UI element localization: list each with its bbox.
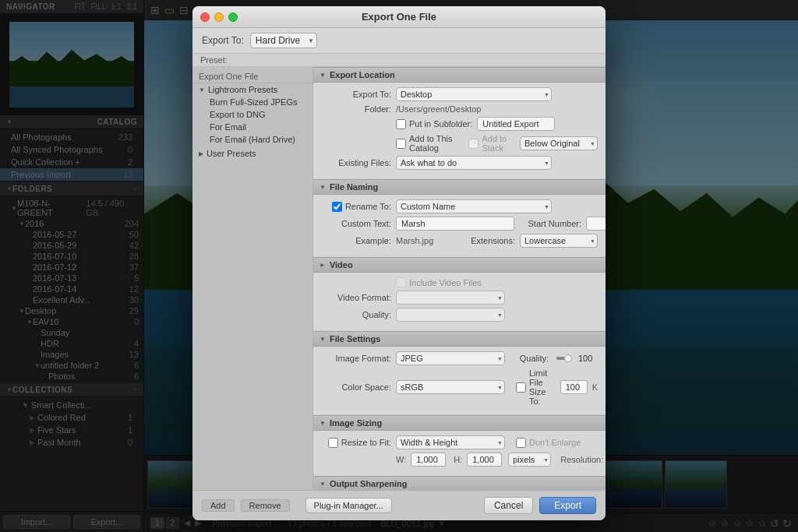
- preset-group-user: ▶ User Presets: [192, 147, 312, 160]
- output-sharpening-header[interactable]: ▼ Output Sharpening: [313, 476, 606, 490]
- existing-files-row: Existing Files: Ask what to do ▼: [321, 156, 598, 170]
- preset-lightroom-header[interactable]: ▼ Lightroom Presets: [192, 83, 312, 96]
- folder-value: /Users/greent/Desktop: [396, 104, 481, 114]
- add-to-catalog-checkbox[interactable]: Add to This Catalog: [396, 134, 457, 153]
- folder-row: Folder: /Users/greent/Desktop: [321, 104, 598, 114]
- file-naming-header[interactable]: ▼ File Naming: [313, 179, 606, 195]
- existing-files-select[interactable]: Ask what to do: [396, 156, 552, 170]
- export-to-select[interactable]: Hard Drive: [250, 33, 317, 48]
- w-label: W:: [396, 455, 406, 464]
- file-naming-triangle: ▼: [320, 184, 326, 191]
- export-location-select[interactable]: Desktop: [396, 87, 552, 101]
- export-location-header[interactable]: ▼ Export Location: [313, 67, 606, 83]
- video-format-label: Video Format:: [321, 293, 391, 302]
- export-to-row: Export To: Desktop ▼: [321, 87, 598, 101]
- video-quality-select: [396, 308, 505, 322]
- preset-lightroom-triangle: ▼: [199, 86, 205, 93]
- color-space-label: Color Space:: [321, 382, 391, 392]
- start-number-input[interactable]: [586, 217, 606, 231]
- preset-export-dng[interactable]: Export to DNG: [192, 108, 312, 121]
- existing-files-label: Existing Files:: [321, 158, 391, 167]
- file-settings-header[interactable]: ▼ File Settings: [313, 331, 606, 347]
- pixels-select[interactable]: pixels: [508, 453, 551, 467]
- dialog-footer: Add Remove Plug-in Manager... Cancel Exp…: [192, 490, 606, 520]
- traffic-lights: [200, 12, 238, 22]
- export-to-label: Export To:: [321, 90, 391, 99]
- close-window-btn[interactable]: [200, 12, 210, 22]
- subfolder-checkbox[interactable]: Put in Subfolder:: [396, 119, 472, 129]
- preset-section-name: Export One File: [192, 70, 312, 83]
- quality-label: Quality:: [510, 354, 549, 363]
- remove-preset-btn[interactable]: Remove: [241, 499, 290, 512]
- image-sizing-title: Image Sizing: [330, 418, 382, 428]
- minimize-window-btn[interactable]: [214, 12, 224, 22]
- preset-group-lightroom: ▼ Lightroom Presets Burn Full-Sized JPEG…: [192, 83, 312, 146]
- below-original-select[interactable]: Below Original: [520, 136, 598, 150]
- export-to-select-wrapper: Hard Drive ▼: [250, 33, 317, 48]
- resize-select[interactable]: Width & Height: [396, 435, 505, 449]
- height-input[interactable]: [467, 453, 502, 467]
- preset-lightroom-label: Lightroom Presets: [208, 85, 277, 94]
- extensions-select[interactable]: Lowercase: [520, 234, 598, 248]
- image-sizing-header[interactable]: ▼ Image Sizing: [313, 415, 606, 431]
- export-location-title: Export Location: [330, 70, 395, 79]
- output-sharpening-title: Output Sharpening: [330, 479, 408, 488]
- include-video-checkbox[interactable]: Include Video Files: [396, 277, 482, 287]
- preset-user-header[interactable]: ▶ User Presets: [192, 147, 312, 160]
- section-video: ▼ Video Include Video Files Video Format…: [313, 257, 606, 329]
- preset-sidebar: Export One File ▼ Lightroom Presets Burn…: [192, 67, 313, 490]
- rename-to-select[interactable]: Custom Name: [396, 199, 552, 213]
- preset-for-email-hd[interactable]: For Email (Hard Drive): [192, 133, 312, 146]
- preset-for-email[interactable]: For Email: [192, 121, 312, 133]
- custom-text-input[interactable]: [396, 217, 514, 231]
- file-settings-body: Image Format: JPEG ▼ Quality:: [313, 347, 606, 414]
- dialog-overlay: Export One File Export To: Hard Drive ▼ …: [0, 0, 798, 532]
- quality-slider[interactable]: [556, 357, 570, 360]
- section-image-sizing: ▼ Image Sizing Resize to Fit: Width & He: [313, 415, 606, 474]
- section-file-settings: ▼ File Settings Image Format: JPEG ▼: [313, 331, 606, 414]
- color-space-select[interactable]: sRGB: [396, 380, 505, 394]
- example-label: Example:: [321, 236, 391, 245]
- section-file-naming: ▼ File Naming Rename To: Custom Name: [313, 179, 606, 255]
- export-dialog: Export One File Export To: Hard Drive ▼ …: [192, 6, 606, 520]
- image-sizing-triangle: ▼: [320, 420, 326, 427]
- subfolder-row: Put in Subfolder:: [321, 117, 598, 131]
- export-confirm-btn[interactable]: Export: [539, 497, 596, 514]
- limit-file-size-checkbox[interactable]: Limit File Size To:: [516, 368, 556, 406]
- preset-label: Preset:: [200, 55, 228, 65]
- section-output-sharpening: ▼ Output Sharpening Sharpen For: Screen: [313, 476, 606, 490]
- plugin-manager-btn[interactable]: Plug-in Manager...: [305, 498, 392, 513]
- video-quality-row: Quality: ▼: [321, 308, 598, 322]
- export-location-body: Export To: Desktop ▼ Folder: /Users/gree…: [313, 83, 606, 178]
- resize-checkbox[interactable]: Resize to Fit:: [321, 438, 391, 448]
- footer-left: Add Remove: [202, 499, 290, 512]
- rename-checkbox[interactable]: Rename To:: [321, 202, 391, 212]
- color-space-row: Color Space: sRGB ▼ Limit File Size To:: [321, 368, 598, 406]
- video-body: Include Video Files Video Format: ▼: [313, 273, 606, 329]
- dont-enlarge-checkbox[interactable]: Don't Enlarge: [516, 438, 581, 448]
- file-naming-title: File Naming: [330, 182, 378, 192]
- h-label: H:: [454, 455, 462, 464]
- width-input[interactable]: [411, 453, 446, 467]
- export-to-toolbar-label: Export To:: [202, 35, 244, 46]
- video-format-select: [396, 291, 505, 305]
- add-preset-btn[interactable]: Add: [202, 499, 235, 512]
- include-video-row: Include Video Files: [321, 277, 598, 287]
- subfolder-input[interactable]: [477, 117, 555, 131]
- custom-text-row: Custom Text: Start Number:: [321, 217, 598, 231]
- resolution-label: Resolution:: [560, 455, 603, 464]
- image-format-select[interactable]: JPEG: [396, 351, 505, 365]
- cancel-btn[interactable]: Cancel: [484, 497, 533, 514]
- video-header[interactable]: ▼ Video: [313, 257, 606, 273]
- example-value: Marsh.jpg: [396, 236, 433, 245]
- file-settings-title: File Settings: [330, 334, 380, 344]
- add-to-stack-checkbox[interactable]: Add to Stack: [468, 134, 512, 153]
- maximize-window-btn[interactable]: [228, 12, 238, 22]
- video-triangle: ▼: [319, 262, 326, 268]
- video-quality-label: Quality:: [321, 310, 391, 319]
- limit-size-input[interactable]: [560, 380, 588, 394]
- image-sizing-body: Resize to Fit: Width & Height ▼ Don't E: [313, 431, 606, 474]
- preset-bar: Preset:: [192, 54, 606, 67]
- preset-burn-jpegs[interactable]: Burn Full-Sized JPEGs: [192, 96, 312, 108]
- output-sharpening-triangle: ▼: [320, 481, 326, 488]
